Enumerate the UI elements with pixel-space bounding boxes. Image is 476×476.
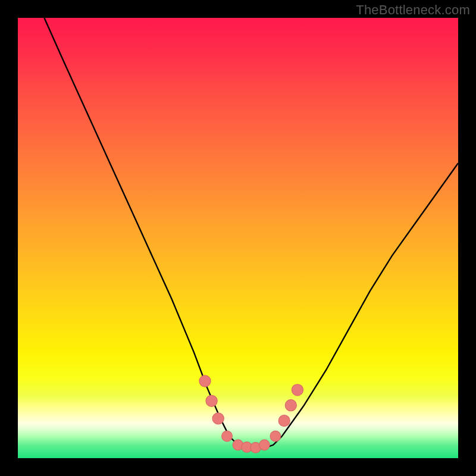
marker-series xyxy=(199,375,303,453)
bottleneck-curve xyxy=(44,18,458,449)
curve-series xyxy=(44,18,458,449)
data-marker xyxy=(212,413,224,424)
data-marker xyxy=(206,395,217,406)
curve-layer xyxy=(18,18,458,458)
data-marker xyxy=(199,375,211,387)
data-marker xyxy=(222,431,233,441)
watermark-text: TheBottleneck.com xyxy=(356,2,470,18)
plot-area xyxy=(18,18,458,458)
chart-frame: TheBottleneck.com xyxy=(0,0,476,476)
data-marker xyxy=(259,440,270,450)
data-marker xyxy=(292,384,303,396)
data-marker xyxy=(270,431,281,441)
data-marker xyxy=(285,400,296,411)
data-marker xyxy=(278,415,290,426)
